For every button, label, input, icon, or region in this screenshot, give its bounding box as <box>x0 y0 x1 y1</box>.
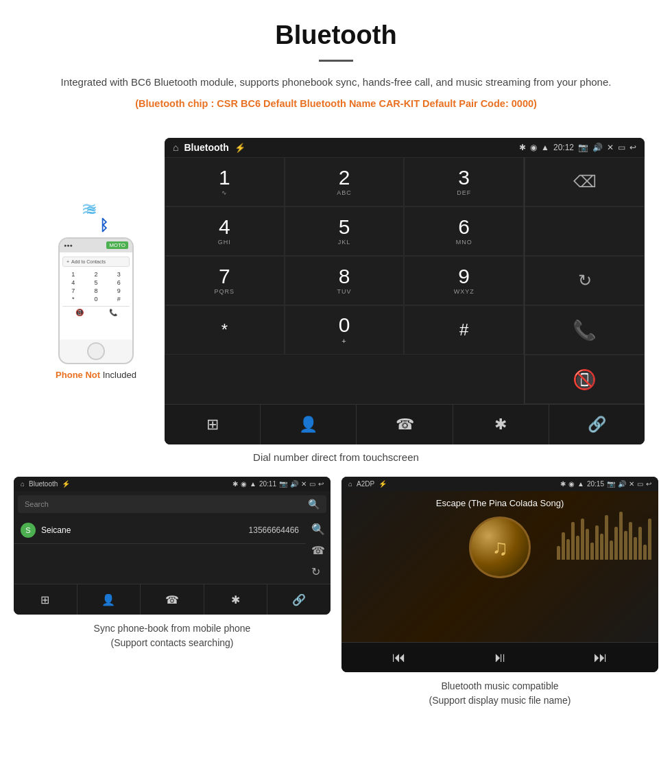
pb-side-call-icon[interactable]: ☎ <box>311 544 325 557</box>
phone-not-included-label: Phone Not Included <box>56 370 136 380</box>
pb-bt-icon: ✱ <box>232 480 238 488</box>
phonebook-caption-line2: (Support contacts searching) <box>111 637 234 648</box>
camera-icon[interactable]: 📷 <box>578 143 588 152</box>
home-icon[interactable]: ⌂ <box>173 142 178 153</box>
music-usb-icon: ⚡ <box>379 480 387 488</box>
play-pause-button[interactable]: ⏯ <box>493 650 507 665</box>
back-icon[interactable]: ↩ <box>629 143 636 152</box>
music-signal-icon: ▲ <box>577 480 584 488</box>
music-song-title: Escape (The Pina Colada Song) <box>436 498 564 508</box>
dial-right-panel: ⌫ ↻ 📞 📵 <box>525 157 645 404</box>
music-caption-line2: (Support display music file name) <box>429 695 571 706</box>
backspace-button[interactable]: ⌫ <box>525 157 645 206</box>
music-back-icon[interactable]: ↩ <box>646 480 651 488</box>
music-caption-line1: Bluetooth music compatible <box>441 680 558 691</box>
pb-nav-dialpad[interactable]: ⊞ <box>14 584 77 615</box>
phone-dialpad: 123 456 789 *0# <box>62 271 130 302</box>
car-status-left: ⌂ Bluetooth ⚡ <box>173 142 245 153</box>
dial-key-1[interactable]: 1 ∿ <box>165 157 285 206</box>
bottom-row: ⌂ Bluetooth ⚡ ✱ ◉ ▲ 20:11 📷 🔊 ✕ ▭ ↩ <box>0 477 672 722</box>
nav-contacts[interactable]: 👤 <box>261 405 357 444</box>
music-home-icon[interactable]: ⌂ <box>348 480 352 488</box>
music-status-bar: ⌂ A2DP ⚡ ✱ ◉ ▲ 20:15 📷 🔊 ✕ ▭ ↩ <box>341 477 658 491</box>
music-card: ⌂ A2DP ⚡ ✱ ◉ ▲ 20:15 📷 🔊 ✕ ▭ ↩ <box>341 477 658 708</box>
call-accept-icon: 📞 <box>573 319 597 342</box>
music-main-area: Escape (The Pina Colada Song) ♫ <box>341 491 658 642</box>
prev-button[interactable]: ⏮ <box>392 650 406 665</box>
pb-side-actions: 🔍 ☎ ↻ <box>306 517 331 584</box>
pb-usb-icon: ⚡ <box>62 480 70 488</box>
dial-key-5[interactable]: 5 JKL <box>285 206 405 256</box>
music-title-label: A2DP <box>357 480 374 488</box>
pb-avatar: S <box>21 523 36 538</box>
music-note-icon: ♫ <box>492 535 508 560</box>
call-end-icon: 📵 <box>573 368 597 391</box>
dial-caption: Dial number direct from touchscreen <box>0 444 672 477</box>
refresh-icon: ↻ <box>578 271 592 290</box>
dial-key-9[interactable]: 9 WXYZ <box>404 256 524 305</box>
pb-nav-calls[interactable]: ☎ <box>141 584 204 615</box>
location-icon: ◉ <box>530 143 537 152</box>
dial-key-8[interactable]: 8 TUV <box>285 256 405 305</box>
pb-signal-icon: ▲ <box>250 480 256 488</box>
nav-calls[interactable]: ☎ <box>357 405 453 444</box>
phonebook-screen: ⌂ Bluetooth ⚡ ✱ ◉ ▲ 20:11 📷 🔊 ✕ ▭ ↩ <box>14 477 331 615</box>
nav-bluetooth[interactable]: ✱ <box>453 405 549 444</box>
phone-home-button <box>87 342 105 360</box>
pb-side-search-icon[interactable]: 🔍 <box>311 523 325 536</box>
phone-screen: + Add to Contacts 123 456 789 *0# 📵 📞 <box>60 252 132 340</box>
phone-body: ●●● MOTO + Add to Contacts 123 456 789 *… <box>58 237 134 364</box>
phonebook-caption-line1: Sync phone-book from mobile phone <box>94 623 251 634</box>
call-accept-button[interactable]: 📞 <box>525 305 645 355</box>
pb-back-icon[interactable]: ↩ <box>318 480 324 488</box>
bluetooth-icon: ᛒ <box>99 217 108 235</box>
dial-key-hash[interactable]: # <box>404 305 524 355</box>
pb-contact-row[interactable]: S Seicane 13566664466 <box>14 517 306 544</box>
dial-key-7[interactable]: 7 PQRS <box>165 256 285 305</box>
pb-search-icon[interactable]: 🔍 <box>308 499 320 510</box>
music-bt-icon: ✱ <box>560 480 566 488</box>
pb-cam-icon: 📷 <box>279 480 287 488</box>
pb-nav-bluetooth[interactable]: ✱ <box>204 584 268 615</box>
pb-x-icon[interactable]: ✕ <box>301 480 307 488</box>
music-loc-icon: ◉ <box>568 480 575 488</box>
music-x-icon[interactable]: ✕ <box>629 480 634 488</box>
music-time: 20:15 <box>587 480 604 488</box>
dial-key-star[interactable]: * <box>165 305 285 355</box>
nav-dialpad[interactable]: ⊞ <box>165 405 261 444</box>
pb-title: Bluetooth <box>29 480 58 488</box>
pb-home-icon[interactable]: ⌂ <box>21 480 25 488</box>
music-album-art: ♫ <box>469 516 531 578</box>
volume-icon[interactable]: 🔊 <box>592 143 603 152</box>
phone-bottom-icons: 📵 📞 <box>62 306 130 318</box>
music-vol-icon: 🔊 <box>618 480 626 488</box>
dialpad-area: 1 ∿ 2 ABC 3 DEF 4 GHI 5 JKL <box>165 157 645 404</box>
pb-search-bar[interactable]: Search 🔍 <box>18 495 326 513</box>
dial-key-2[interactable]: 2 ABC <box>285 157 405 206</box>
pb-contact-number: 13566664466 <box>249 525 299 535</box>
usb-icon: ⚡ <box>235 143 245 153</box>
next-button[interactable]: ⏭ <box>594 650 608 665</box>
dial-key-6[interactable]: 6 MNO <box>404 206 524 256</box>
phonebook-card: ⌂ Bluetooth ⚡ ✱ ◉ ▲ 20:11 📷 🔊 ✕ ▭ ↩ <box>14 477 331 708</box>
dial-key-3[interactable]: 3 DEF <box>404 157 524 206</box>
dial-key-4[interactable]: 4 GHI <box>165 206 285 256</box>
pb-list-area: S Seicane 13566664466 <box>14 517 306 584</box>
call-end-button[interactable]: 📵 <box>525 355 645 404</box>
middle-section: · ≋ ≋ ᛒ ●●● MOTO + Add to Contacts 123 4… <box>0 131 672 444</box>
pb-nav-link[interactable]: 🔗 <box>267 584 331 615</box>
signal-icon: ▲ <box>541 143 549 152</box>
phonebook-caption: Sync phone-book from mobile phone (Suppo… <box>94 621 251 650</box>
pb-nav-contacts[interactable]: 👤 <box>77 584 141 615</box>
refresh-button[interactable]: ↻ <box>525 256 645 305</box>
nav-link[interactable]: 🔗 <box>549 405 645 444</box>
x-icon[interactable]: ✕ <box>607 143 614 152</box>
backspace-icon: ⌫ <box>573 172 597 191</box>
screen-icon[interactable]: ▭ <box>618 143 625 152</box>
dial-key-0[interactable]: 0 + <box>285 305 405 355</box>
wifi-icon-lg: ≋ <box>81 198 97 220</box>
header-section: Bluetooth Integrated with BC6 Bluetooth … <box>0 0 672 131</box>
phone-top-bar: ●●● MOTO <box>60 239 132 252</box>
pb-side-refresh-icon[interactable]: ↻ <box>311 565 325 578</box>
pb-loc-icon: ◉ <box>241 480 247 488</box>
